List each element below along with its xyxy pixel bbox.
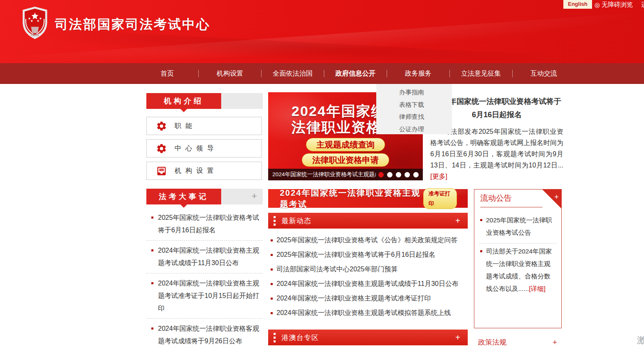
sidebar-item-label: 机构设置 (175, 167, 218, 175)
gear-icon (156, 143, 167, 154)
carousel-caption-bar: 2024年国家统一法律职业资格考试主观题成绩... (268, 169, 423, 180)
events-more-button[interactable]: + (252, 189, 257, 204)
event-list-item[interactable]: 2024年国家统一法律职业资格主观题考试准考证于10月15日起开始打印 (146, 273, 263, 319)
gear-icon (156, 121, 167, 132)
svg-text:中国司法: 中国司法 (31, 34, 39, 37)
news-list-item[interactable]: 司法部国家司法考试中心2025年部门预算 (268, 262, 469, 276)
sidebar-item-label: 职能 (175, 122, 196, 130)
accessibility-link[interactable]: ◎ 无障碍浏览 (595, 1, 633, 9)
clipped-topbar-link[interactable]: 适 (641, 1, 644, 9)
judicial-exam-center-homepage: 中国司法 司法部国家司法考试中心 English ◎ 无障碍浏览 适 首页 机构… (0, 0, 644, 347)
subjective-score-query-button[interactable]: 主观题成绩查询 (306, 138, 385, 151)
activation-watermark-fragment: 激 (637, 334, 644, 347)
dropdown-menu-item[interactable]: 律师查找 (376, 111, 452, 123)
admission-ticket-print-button[interactable]: 准考证打印 (423, 188, 457, 209)
nav-item-rule-of-law[interactable]: 全面依法治国 (262, 63, 324, 84)
site-title: 司法部国家司法考试中心 (55, 16, 210, 33)
carousel-dot[interactable] (413, 172, 419, 177)
gov-services-dropdown-menu: 办事指南 表格下载 律师查找 公证办理 (376, 84, 452, 134)
news-list-item[interactable]: 2024年国家统一法律职业资格主观题考试成绩于11月30日公布 (268, 276, 469, 291)
notice-list-item[interactable]: 司法部关于2024年国家统一法律职业资格主观题考试成绩、合格分数线公布以及...… (479, 244, 556, 299)
nav-item-organization[interactable]: 机构设置 (199, 63, 261, 84)
news-list-item[interactable]: 2025年国家统一法律职业资格考试将于6月16日起报名 (268, 247, 469, 262)
nav-item-gov-services[interactable]: 政务服务 (387, 63, 449, 84)
justice-emblem-logo: 中国司法 (19, 6, 51, 40)
nav-item-home[interactable]: 首页 (136, 63, 198, 84)
notice-list-item[interactable]: 2025年国家统一法律职业资格考试公告 (479, 212, 556, 244)
carousel-caption-text[interactable]: 2024年国家统一法律职业资格考试主观题成绩... (272, 171, 376, 178)
latest-news-title: 最新动态 (281, 216, 311, 226)
carousel-dot[interactable] (387, 172, 392, 177)
subjective-exam-banner[interactable]: 2024年国家统一法律职业资格主观题考试 准考证打印 (268, 189, 468, 208)
carousel-dot[interactable] (396, 172, 401, 177)
sidebar-item-label: 中心领导 (175, 144, 218, 153)
notice-more-button[interactable]: + (554, 192, 559, 202)
event-list-item[interactable]: 2024年国家统一法律职业资格客观题考试成绩将于9月26日公布 (146, 319, 263, 347)
notice-panel-title: 流动公告 (480, 193, 543, 207)
dropdown-menu-item[interactable]: 公证办理 (376, 123, 452, 135)
news-list-item[interactable]: 2024年国家统一法律职业资格主观题考试模拟答题系统上线 (268, 305, 469, 320)
folded-corner: + (542, 189, 562, 209)
policy-section-title[interactable]: 政策法规 (478, 337, 506, 347)
eye-icon: ◎ (595, 1, 600, 9)
list-icon (274, 216, 276, 226)
news-list-item[interactable]: 2025年国家统一法律职业资格考试《公告》相关政策规定问答 (268, 233, 469, 247)
hmt-zone-more-button[interactable]: + (455, 333, 460, 342)
event-list-item[interactable]: 2025年国家统一法律职业资格考试将于6月16日起报名 (146, 208, 263, 241)
scrolling-notice-panel: 流动公告 + 2025年国家统一法律职业资格考试公告 司法部关于2024年国家统… (474, 189, 562, 328)
sidebar-item-org-structure[interactable]: 机构设置 (146, 162, 262, 180)
main-navigation: 首页 机构设置 全面依法治国 政府信息公开 政务服务 立法意见征集 互动交流 (0, 63, 644, 84)
more-link[interactable]: [更多] (430, 173, 447, 180)
dropdown-menu-item[interactable]: 办事指南 (376, 86, 452, 98)
carousel-dot[interactable] (378, 172, 384, 177)
intro-section-header: 机构介绍 (146, 93, 263, 109)
dropdown-menu-item[interactable]: 表格下载 (376, 98, 452, 111)
latest-news-more-button[interactable]: + (455, 216, 460, 226)
hmt-zone-title: 港澳台专区 (281, 333, 319, 342)
accessibility-label: 无障碍浏览 (602, 1, 633, 9)
carousel-dots (378, 172, 419, 177)
policy-section-header: 政策法规 + (478, 337, 557, 347)
qualification-apply-button[interactable]: 法律职业资格申请 (302, 153, 389, 167)
notice-list: 2025年国家统一法律职业资格考试公告 司法部关于2024年国家统一法律职业资格… (474, 207, 561, 299)
nav-item-legislation-opinions[interactable]: 立法意见征集 (450, 63, 512, 84)
policy-more-button[interactable]: + (553, 338, 557, 347)
inbox-tray-icon (156, 165, 167, 177)
hmt-zone-section-bar: 港澳台专区 + (268, 330, 468, 345)
site-header: 中国司法 司法部国家司法考试中心 English ◎ 无障碍浏览 适 (0, 0, 644, 63)
events-list: 2025年国家统一法律职业资格考试将于6月16日起报名 2024年国家统一法律职… (146, 208, 263, 347)
sidebar-item-functions[interactable]: 职能 (146, 117, 262, 135)
english-version-button[interactable]: English (563, 0, 592, 9)
nav-item-interaction[interactable]: 互动交流 (513, 63, 575, 84)
detail-link[interactable]: [详细] (529, 285, 545, 292)
latest-news-section-bar: 最新动态 + (268, 213, 468, 229)
banner-title: 2024年国家统一法律职业资格主观题考试 (280, 187, 423, 210)
news-list-item[interactable]: 2024年国家统一法律职业资格主观题考试准考证打印 (268, 291, 469, 305)
events-section-title: 法考大事记 (146, 189, 221, 204)
sidebar-item-leadership[interactable]: 中心领导 (146, 139, 262, 158)
nav-item-gov-info[interactable]: 政府信息公开 (324, 63, 387, 84)
intro-section-title: 机构介绍 (146, 93, 221, 109)
latest-news-list: 2025年国家统一法律职业资格考试《公告》相关政策规定问答 2025年国家统一法… (268, 233, 469, 320)
events-section-header: 法考大事记 + (146, 189, 263, 204)
event-list-item[interactable]: 2024年国家统一法律职业资格主观题考试成绩于11月30日公布 (146, 241, 263, 273)
list-icon (274, 333, 276, 342)
carousel-dot[interactable] (405, 172, 410, 177)
